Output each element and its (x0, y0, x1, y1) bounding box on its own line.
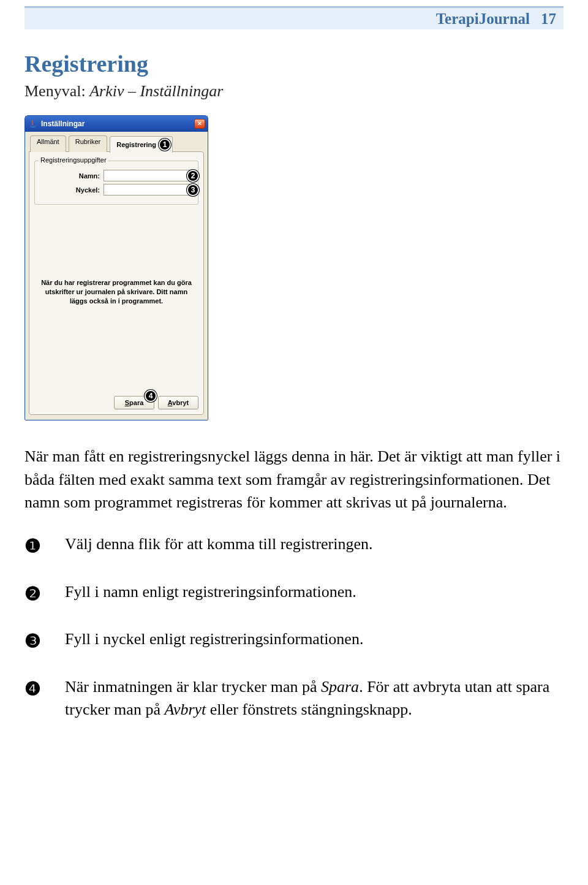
dialog-footer: Spara 4 Avbryt (114, 396, 198, 409)
step-2: ❷ Fyll i namn enligt registreringsinform… (24, 580, 564, 607)
group-legend: Registreringsuppgifter (39, 156, 108, 164)
step-3: ❸ Fyll i nyckel enligt registreringsinfo… (24, 628, 564, 655)
row-name: Namn: 2 (40, 170, 193, 181)
section-title: Registrering (24, 50, 564, 77)
tab-registration[interactable]: Registrering1 (110, 136, 173, 153)
group-registration-details: Registreringsuppgifter Namn: 2 Nyckel: 3 (34, 161, 198, 205)
dialog-titlebar: Inställningar × (25, 116, 208, 132)
tab-strip: Allmänt Rubriker Registrering1 (30, 135, 204, 152)
body-paragraph: När man fått en registreringsnyckel lägg… (24, 445, 564, 514)
dialog-title: Inställningar (41, 120, 194, 128)
header-title: TerapiJournal (436, 10, 530, 28)
step-number: ❶ (24, 533, 65, 560)
menu-path-value: Arkiv – Inställningar (89, 82, 223, 100)
info-text: När du har registrerar programmet kan du… (34, 278, 198, 306)
step-number: ❹ (24, 675, 65, 721)
callout-4: 4 (145, 390, 157, 402)
step-list: ❶ Välj denna flik för att komma till reg… (24, 533, 564, 721)
close-icon[interactable]: × (194, 119, 205, 129)
label-name: Namn: (40, 172, 104, 180)
step-number: ❷ (24, 580, 65, 607)
step-1: ❶ Välj denna flik för att komma till reg… (24, 533, 564, 560)
settings-dialog-screenshot: Inställningar × Allmänt Rubriker Registr… (24, 115, 208, 420)
step-number: ❸ (24, 628, 65, 655)
step-4: ❹ När inmatningen är klar trycker man på… (24, 675, 564, 721)
step-text: Fyll i namn enligt registreringsinformat… (65, 580, 564, 607)
page-number: 17 (541, 10, 556, 28)
cancel-button[interactable]: Avbryt (158, 396, 198, 409)
menu-path-prefix: Menyval: (24, 82, 89, 100)
step-text: Fyll i nyckel enligt registreringsinform… (65, 628, 564, 655)
settings-dialog: Inställningar × Allmänt Rubriker Registr… (24, 115, 208, 420)
java-icon (29, 120, 37, 128)
page-header: TerapiJournal 17 (24, 6, 564, 29)
tab-registration-label: Registrering (116, 141, 156, 148)
dialog-body: Allmänt Rubriker Registrering1 Registrer… (25, 132, 208, 420)
step-text: När inmatningen är klar trycker man på S… (65, 675, 564, 721)
input-key[interactable] (104, 184, 193, 196)
input-name[interactable] (104, 170, 193, 181)
menu-path: Menyval: Arkiv – Inställningar (24, 82, 564, 101)
save-label-rest: para (129, 399, 143, 406)
tab-headings[interactable]: Rubriker (69, 135, 108, 152)
tab-panel-registration: Registreringsuppgifter Namn: 2 Nyckel: 3 (29, 151, 204, 415)
label-key: Nyckel: (40, 186, 104, 194)
tab-general[interactable]: Allmänt (30, 135, 66, 152)
row-key: Nyckel: 3 (40, 184, 193, 196)
step-text: Välj denna flik för att komma till regis… (65, 533, 564, 560)
callout-1: 1 (159, 139, 171, 151)
cancel-label-rest: vbryt (172, 399, 189, 406)
callout-2: 2 (187, 170, 199, 182)
callout-3: 3 (187, 184, 199, 196)
